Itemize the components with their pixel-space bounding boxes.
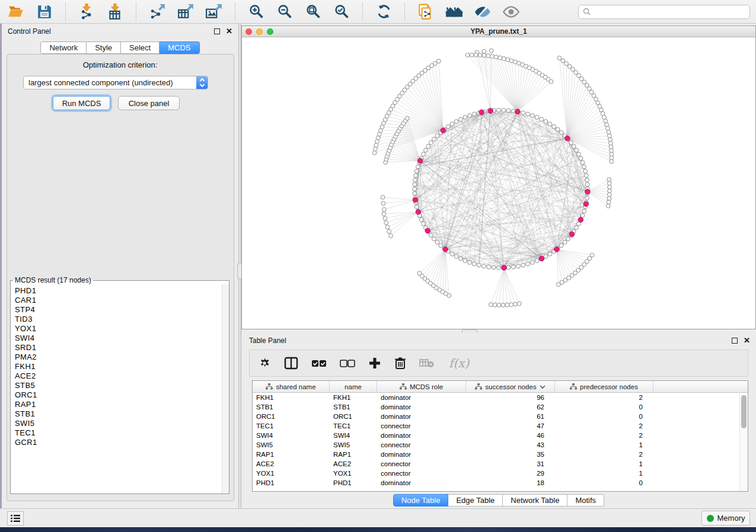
column-header-predecessor-nodes[interactable]: predecessor nodes [555, 381, 653, 392]
cell-name[interactable]: ACE2 [330, 459, 377, 469]
table-row[interactable]: ORC1ORC1dominator610 [253, 412, 748, 421]
cell-successor-nodes[interactable]: 96 [466, 393, 555, 402]
cell-name[interactable]: PHD1 [330, 478, 377, 488]
cell-MCDS-role[interactable]: connector [377, 459, 466, 469]
cell-shared-name[interactable]: PHD1 [253, 478, 330, 488]
zoom-selected-icon[interactable] [331, 3, 352, 21]
cell-shared-name[interactable]: TEC1 [253, 421, 330, 431]
tab-network-table[interactable]: Network Table [503, 494, 567, 507]
mcds-result-item[interactable]: STB1 [15, 409, 229, 419]
mcds-result-item[interactable]: CAR1 [15, 296, 229, 305]
task-history-button[interactable] [7, 511, 24, 525]
mcds-result-item[interactable]: ACE2 [15, 371, 229, 381]
table-settings-icon[interactable] [258, 357, 271, 370]
tab-select[interactable]: Select [121, 41, 160, 54]
cell-name[interactable]: FKH1 [330, 393, 377, 402]
close-table-panel-icon[interactable]: ✕ [744, 338, 750, 344]
cell-name[interactable]: SWI4 [330, 431, 377, 440]
mcds-result-item[interactable]: GCR1 [15, 438, 229, 447]
cell-MCDS-role[interactable]: connector [377, 440, 466, 450]
mcds-result-scrollbar[interactable] [222, 284, 229, 493]
cybrowser-home-icon[interactable] [444, 3, 464, 21]
tab-network[interactable]: Network [40, 41, 87, 54]
delete-column-icon[interactable] [394, 357, 406, 370]
cell-MCDS-role[interactable]: dominator [377, 431, 466, 440]
cell-predecessor-nodes[interactable]: 1 [555, 459, 653, 469]
table-row[interactable]: STB1STB1dominator620 [253, 402, 748, 412]
cell-successor-nodes[interactable]: 35 [466, 450, 555, 459]
cell-successor-nodes[interactable]: 62 [466, 402, 555, 412]
cell-name[interactable]: TEC1 [330, 421, 377, 431]
float-panel-icon[interactable] [214, 28, 220, 34]
mcds-result-item[interactable]: YOX1 [15, 324, 229, 334]
cell-predecessor-nodes[interactable]: 2 [555, 431, 653, 440]
cell-predecessor-nodes[interactable]: 2 [555, 450, 653, 459]
import-table-icon[interactable] [105, 3, 125, 21]
zoom-in-icon[interactable] [246, 3, 266, 21]
export-image-icon[interactable] [204, 3, 224, 21]
search-input[interactable] [594, 8, 745, 16]
hide-selected-icon[interactable] [473, 3, 493, 21]
tab-edge-table[interactable]: Edge Table [448, 494, 503, 507]
cell-successor-nodes[interactable]: 29 [466, 469, 555, 478]
cell-predecessor-nodes[interactable]: 2 [555, 421, 653, 431]
cell-predecessor-nodes[interactable]: 0 [555, 402, 653, 412]
mcds-result-item[interactable]: RAP1 [15, 400, 229, 409]
cell-successor-nodes[interactable]: 61 [466, 412, 555, 421]
export-network-icon[interactable] [147, 3, 167, 21]
zoom-fit-icon[interactable] [303, 3, 323, 21]
network-graph-canvas[interactable] [242, 37, 755, 329]
cell-successor-nodes[interactable]: 46 [466, 431, 555, 440]
table-row[interactable]: SWI5SWI5connector431 [253, 440, 748, 450]
mcds-result-item[interactable]: STP4 [15, 305, 229, 315]
deselect-all-columns-icon[interactable] [340, 358, 355, 368]
cell-predecessor-nodes[interactable]: 0 [555, 478, 653, 488]
tab-mcds[interactable]: MCDS [160, 41, 199, 54]
add-column-icon[interactable] [368, 357, 381, 370]
search-box[interactable] [578, 5, 750, 19]
cell-MCDS-role[interactable]: dominator [377, 412, 466, 421]
cell-successor-nodes[interactable]: 18 [466, 478, 555, 488]
mcds-result-item[interactable]: ORC1 [15, 390, 229, 400]
table-row[interactable]: TEC1TEC1connector472 [253, 421, 748, 431]
column-header-shared-name[interactable]: shared name [253, 381, 330, 392]
column-header-MCDS-role[interactable]: MCDS role [377, 381, 466, 392]
open-session-icon[interactable] [6, 3, 26, 21]
table-row[interactable]: RAP1RAP1dominator352 [253, 450, 748, 459]
tab-style[interactable]: Style [87, 41, 121, 54]
table-row[interactable]: PHD1PHD1dominator180 [253, 478, 748, 488]
memory-button[interactable]: Memory [701, 511, 750, 525]
float-table-panel-icon[interactable] [732, 338, 738, 344]
export-table-icon[interactable] [176, 3, 196, 21]
show-all-icon[interactable] [501, 3, 521, 21]
cell-shared-name[interactable]: YOX1 [253, 469, 330, 478]
tab-motifs[interactable]: Motifs [567, 494, 604, 507]
cell-name[interactable]: SWI5 [330, 440, 377, 450]
tab-node-table[interactable]: Node Table [393, 494, 449, 507]
optimization-criterion-select[interactable]: largest connected component (undirected) [23, 76, 208, 89]
cell-shared-name[interactable]: ACE2 [253, 459, 330, 469]
cell-successor-nodes[interactable]: 31 [466, 459, 555, 469]
column-header-successor-nodes[interactable]: successor nodes [466, 381, 555, 392]
import-network-icon[interactable] [76, 3, 97, 21]
zoom-out-icon[interactable] [275, 3, 295, 21]
mcds-result-item[interactable]: TEC1 [15, 428, 229, 438]
cell-shared-name[interactable]: STB1 [253, 402, 330, 412]
cell-name[interactable]: ORC1 [330, 412, 377, 421]
mcds-result-item[interactable]: SWI4 [15, 334, 229, 343]
table-row[interactable]: FKH1FKH1dominator962 [253, 393, 748, 402]
cell-shared-name[interactable]: FKH1 [253, 393, 330, 402]
mcds-result-item[interactable]: FKH1 [15, 362, 229, 371]
close-panel-icon[interactable]: ✕ [226, 28, 232, 34]
table-row[interactable]: YOX1YOX1connector291 [253, 469, 748, 478]
cell-predecessor-nodes[interactable]: 2 [555, 393, 653, 402]
cell-shared-name[interactable]: ORC1 [253, 412, 330, 421]
cell-MCDS-role[interactable]: dominator [377, 478, 466, 488]
table-row[interactable]: SWI4SWI4dominator462 [253, 431, 748, 440]
cell-name[interactable]: YOX1 [330, 469, 377, 478]
show-columns-icon[interactable] [284, 357, 298, 370]
node-table-scrollbar[interactable] [739, 393, 747, 491]
cell-MCDS-role[interactable]: dominator [377, 402, 466, 412]
run-mcds-button[interactable]: Run MCDS [53, 96, 110, 110]
column-header-name[interactable]: name [330, 381, 377, 392]
